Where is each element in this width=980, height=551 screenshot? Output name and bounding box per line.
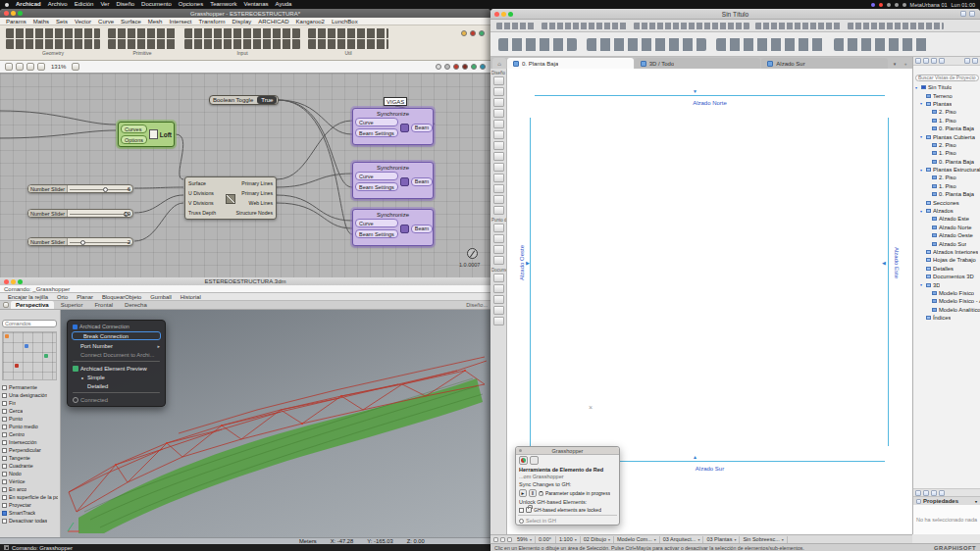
document-tab[interactable]: 0. Planta Baja xyxy=(507,58,634,69)
grid-icon[interactable] xyxy=(4,545,9,550)
preview-shaded-icon[interactable] xyxy=(462,64,468,70)
arrow-tool-icon[interactable] xyxy=(493,76,504,85)
tree-item[interactable]: 1. Piso xyxy=(913,149,980,157)
navigator-search-input[interactable] xyxy=(915,75,979,81)
beam-tool-icon[interactable] xyxy=(493,141,504,150)
status-toggle[interactable]: Orto xyxy=(57,294,68,300)
viewport-layout-icon[interactable] xyxy=(3,302,9,308)
number-slider[interactable]: Number Slider 2 xyxy=(27,237,133,246)
tree-item[interactable]: 1. Piso xyxy=(913,182,980,190)
tree-item[interactable]: 0. Planta Baja xyxy=(913,158,980,166)
tree-item[interactable]: Alzados Interiores xyxy=(913,248,980,256)
sync-input-beam-settings[interactable]: Beam Settings xyxy=(355,128,398,137)
rhino-tool-icon[interactable] xyxy=(5,334,9,338)
status-segment[interactable]: 03 Plantas xyxy=(703,536,740,543)
tab-overflow-icon[interactable]: ▾ xyxy=(890,58,900,69)
truss-output[interactable]: Primary Lines xyxy=(241,178,273,188)
toggle-value[interactable]: True xyxy=(257,96,277,104)
grasshopper-menu-item[interactable]: Mesh xyxy=(148,19,163,25)
grasshopper-menu-item[interactable]: Params xyxy=(6,19,26,25)
elevation-label-east[interactable]: Alzado Este xyxy=(894,219,900,307)
loft-input-curves[interactable]: Curves xyxy=(121,125,147,133)
osnap-row[interactable]: Perpendicular xyxy=(2,446,58,454)
toolbar-icon-group[interactable] xyxy=(755,23,842,29)
osnap-checkbox[interactable] xyxy=(2,440,7,445)
text-tool-icon[interactable] xyxy=(493,284,504,293)
sync-output-beam[interactable]: Beam xyxy=(411,177,433,186)
status-toggle[interactable]: Planar xyxy=(77,294,93,300)
publisher-icon[interactable] xyxy=(939,58,945,64)
tree-item[interactable]: 0. Planta Baja xyxy=(913,125,980,132)
open-file-icon[interactable] xyxy=(5,63,13,71)
apple-menu-icon[interactable] xyxy=(5,3,9,7)
command-search-input[interactable] xyxy=(2,320,57,327)
preview-selected-icon[interactable] xyxy=(471,64,477,70)
tree-item[interactable]: Documentos 3D xyxy=(913,273,980,280)
osnap-row[interactable]: Proyectar xyxy=(2,501,58,509)
number-slider[interactable]: Number Slider 6 xyxy=(27,184,133,193)
viewport-tab[interactable]: Superior xyxy=(56,301,88,309)
grasshopper-menu-item[interactable]: Intersect xyxy=(169,19,191,25)
sync-output-beam[interactable]: Beam xyxy=(411,225,433,233)
truss-output[interactable]: Web Lines xyxy=(249,198,273,208)
sync-output-beam[interactable]: Beam xyxy=(411,124,433,132)
pane-options-icon[interactable] xyxy=(964,58,970,64)
command-line[interactable]: Comando: _Grasshopper xyxy=(0,285,490,293)
sync-input-curve[interactable]: Curve xyxy=(355,118,398,126)
osnap-row[interactable]: Nodo xyxy=(2,470,58,477)
loft-node[interactable]: Curves Options Loft xyxy=(118,122,175,147)
viewport-tab[interactable]: Derecha xyxy=(120,301,152,309)
component-icons-row[interactable] xyxy=(308,28,388,38)
osnap-checkbox[interactable] xyxy=(2,425,7,429)
osnap-checkbox[interactable] xyxy=(2,393,7,398)
toolbar-icon-group[interactable] xyxy=(496,23,536,29)
truss-output[interactable]: Structure Nodes xyxy=(236,208,273,218)
gh-element-tool-button[interactable] xyxy=(519,456,528,465)
viewport-tab[interactable]: Frontal xyxy=(89,301,118,309)
sync-input-curve[interactable]: Curve xyxy=(355,219,398,227)
toolbar-icon-group[interactable] xyxy=(634,23,749,29)
view-map-icon[interactable] xyxy=(923,58,929,64)
sync-input-curve[interactable]: Curve xyxy=(355,172,398,180)
grasshopper-menu-item[interactable]: Maths xyxy=(33,19,49,25)
tree-item[interactable]: Alzado Sur xyxy=(913,239,980,247)
context-menu-item[interactable]: Connected xyxy=(70,395,163,404)
tree-item[interactable]: Modelo Físico - Axon... xyxy=(913,297,980,305)
canvas-compass-icon[interactable] xyxy=(467,248,478,259)
osnap-checkbox[interactable] xyxy=(2,495,7,500)
slider-track[interactable]: 6 xyxy=(68,185,132,192)
save-file-icon[interactable] xyxy=(16,63,24,71)
elevation-label-north[interactable]: Alzado Norte xyxy=(535,100,885,106)
tree-item[interactable]: 3D xyxy=(913,280,980,288)
sync-play-button[interactable]: ▸ xyxy=(519,489,527,497)
status-segment[interactable]: 02 Dibujo xyxy=(581,536,614,543)
project-map-icon[interactable] xyxy=(915,58,921,64)
tree-item[interactable]: Alzado Este xyxy=(913,215,980,223)
grasshopper-titlebar[interactable]: Grasshopper - ESTEREOESTRUCTURA* xyxy=(0,9,490,18)
tree-item[interactable]: 1. Piso xyxy=(913,117,980,125)
tree-item[interactable]: Alzados xyxy=(913,207,980,215)
fit-view-icon[interactable] xyxy=(507,537,512,542)
osnap-row[interactable]: Vértice xyxy=(2,477,58,485)
tree-item[interactable]: Plantas Estructurales xyxy=(913,166,980,174)
synchronize-node[interactable]: Synchronize Curve Beam Settings Beam xyxy=(352,108,434,145)
tree-item[interactable]: 2. Piso xyxy=(913,174,980,181)
object-tool-icon[interactable] xyxy=(493,195,504,204)
osnap-row[interactable]: Cerca xyxy=(2,407,58,415)
slider-knob[interactable] xyxy=(80,240,85,245)
grasshopper-menu-item[interactable]: LunchBox xyxy=(332,19,358,25)
truss-output[interactable]: Primary Lines xyxy=(241,188,273,198)
status-segment[interactable]: 0.00° xyxy=(536,536,556,543)
zoom-out-icon[interactable] xyxy=(26,63,34,71)
sync-input-beam-settings[interactable]: Beam Settings xyxy=(355,182,398,191)
filter-icon[interactable] xyxy=(923,490,929,496)
osnap-checkbox[interactable] xyxy=(2,448,7,453)
tree-item[interactable]: Modelo Analítico Estr... xyxy=(913,306,980,314)
osnap-row[interactable]: Cuadrante xyxy=(2,462,58,470)
layout-tab-label[interactable]: Diseño... xyxy=(466,302,488,308)
grasshopper-menu-item[interactable]: ARCHICAD xyxy=(258,19,288,25)
tree-item[interactable]: Hojas de Trabajo xyxy=(913,256,980,264)
rhino-tool-palette[interactable] xyxy=(2,331,57,380)
plugin-icon[interactable] xyxy=(479,30,485,36)
synchronize-node[interactable]: Synchronize Curve Beam Settings Beam xyxy=(352,162,434,199)
